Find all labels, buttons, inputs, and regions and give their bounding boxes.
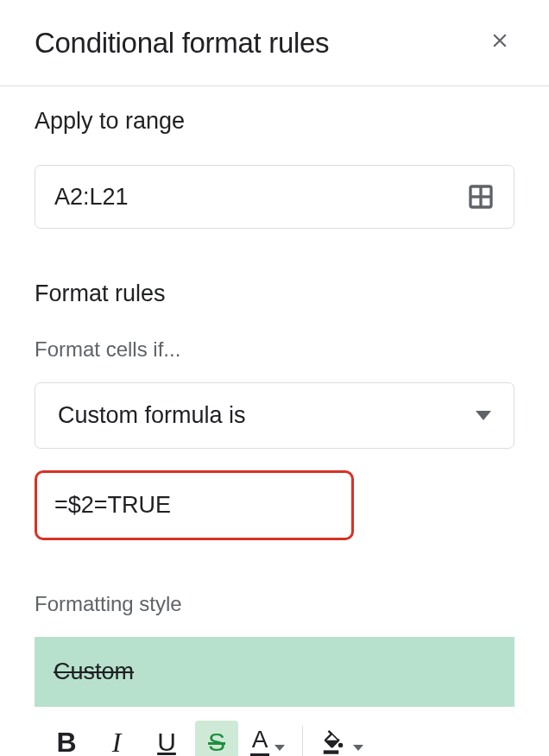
format-rules-title: Format rules bbox=[35, 280, 514, 307]
chevron-down-icon bbox=[274, 745, 285, 751]
apply-to-range-title: Apply to range bbox=[35, 108, 514, 135]
range-input-field[interactable]: A2:L21 bbox=[35, 165, 514, 229]
svg-rect-4 bbox=[324, 750, 339, 753]
close-button[interactable] bbox=[485, 26, 514, 60]
chevron-down-icon bbox=[476, 411, 491, 420]
format-toolbar: B I U S A bbox=[35, 712, 514, 756]
formula-input[interactable] bbox=[54, 492, 334, 519]
strikethrough-button[interactable]: S bbox=[195, 721, 238, 756]
formula-input-wrapper[interactable] bbox=[35, 470, 354, 540]
style-preview[interactable]: Custom bbox=[35, 637, 514, 707]
panel-title: Conditional format rules bbox=[35, 27, 329, 60]
range-value: A2:L21 bbox=[54, 184, 129, 211]
bold-button[interactable]: B bbox=[45, 721, 88, 756]
italic-button[interactable]: I bbox=[95, 721, 138, 756]
condition-selected-value: Custom formula is bbox=[58, 402, 246, 429]
format-cells-if-label: Format cells if... bbox=[35, 337, 514, 362]
grid-select-icon[interactable] bbox=[467, 183, 495, 211]
formatting-style-label: Formatting style bbox=[35, 592, 514, 616]
fill-color-button[interactable] bbox=[315, 724, 369, 756]
chevron-down-icon bbox=[353, 745, 363, 751]
condition-select[interactable]: Custom formula is bbox=[35, 382, 514, 449]
close-icon bbox=[489, 29, 511, 52]
text-color-icon: A bbox=[252, 728, 268, 752]
text-color-button[interactable]: A bbox=[245, 722, 290, 757]
underline-button[interactable]: U bbox=[145, 721, 188, 756]
paint-bucket-icon bbox=[320, 729, 346, 755]
style-preview-text: Custom bbox=[54, 658, 134, 684]
toolbar-divider bbox=[302, 726, 303, 756]
svg-point-3 bbox=[338, 743, 344, 748]
